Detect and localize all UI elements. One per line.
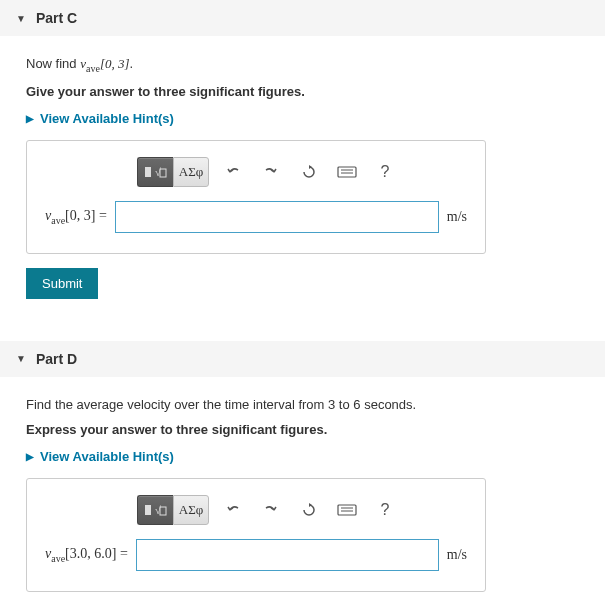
collapse-icon: ▼ bbox=[16, 353, 26, 364]
svg-rect-6 bbox=[145, 505, 151, 515]
part-c-header[interactable]: ▼ Part C bbox=[0, 0, 605, 36]
svg-rect-0 bbox=[145, 167, 151, 177]
redo-button[interactable] bbox=[257, 496, 285, 524]
undo-button[interactable] bbox=[219, 158, 247, 186]
submit-button[interactable]: Submit bbox=[26, 268, 98, 299]
help-button[interactable]: ? bbox=[371, 158, 399, 186]
part-c-answer-box: √ ΑΣφ ? vave[0, 3] = m/s bbox=[26, 140, 486, 254]
svg-rect-9 bbox=[338, 505, 356, 515]
chevron-right-icon: ▶ bbox=[26, 451, 34, 462]
part-c-prompt: Now find vave[0, 3]. bbox=[26, 54, 579, 76]
greek-button[interactable]: ΑΣφ bbox=[173, 495, 209, 525]
equation-toolbar: √ ΑΣφ ? bbox=[45, 495, 467, 525]
hints-label: View Available Hint(s) bbox=[40, 449, 174, 464]
format-button-group: √ ΑΣφ bbox=[137, 157, 209, 187]
collapse-icon: ▼ bbox=[16, 13, 26, 24]
answer-lhs: vave[0, 3] = bbox=[45, 208, 107, 226]
part-d-body: Find the average velocity over the time … bbox=[0, 377, 605, 599]
answer-unit: m/s bbox=[447, 209, 467, 225]
part-c-title: Part C bbox=[36, 10, 77, 26]
reset-button[interactable] bbox=[295, 496, 323, 524]
part-d-title: Part D bbox=[36, 351, 77, 367]
part-c-body: Now find vave[0, 3]. Give your answer to… bbox=[0, 36, 605, 321]
format-button-group: √ ΑΣφ bbox=[137, 495, 209, 525]
keyboard-button[interactable] bbox=[333, 496, 361, 524]
part-d-header[interactable]: ▼ Part D bbox=[0, 341, 605, 377]
answer-unit: m/s bbox=[447, 547, 467, 563]
keyboard-button[interactable] bbox=[333, 158, 361, 186]
undo-button[interactable] bbox=[219, 496, 247, 524]
part-d-prompt: Find the average velocity over the time … bbox=[26, 395, 579, 415]
reset-button[interactable] bbox=[295, 158, 323, 186]
greek-button[interactable]: ΑΣφ bbox=[173, 157, 209, 187]
part-d-answer-box: √ ΑΣφ ? vave[3.0, 6.0] = m/s bbox=[26, 478, 486, 592]
answer-input-row: vave[0, 3] = m/s bbox=[45, 201, 467, 233]
part-c-instruction: Give your answer to three significant fi… bbox=[26, 84, 579, 99]
chevron-right-icon: ▶ bbox=[26, 113, 34, 124]
svg-rect-3 bbox=[338, 167, 356, 177]
templates-button[interactable]: √ bbox=[137, 495, 173, 525]
equation-toolbar: √ ΑΣφ ? bbox=[45, 157, 467, 187]
view-hints-link[interactable]: ▶ View Available Hint(s) bbox=[26, 449, 579, 464]
templates-button[interactable]: √ bbox=[137, 157, 173, 187]
help-button[interactable]: ? bbox=[371, 496, 399, 524]
view-hints-link[interactable]: ▶ View Available Hint(s) bbox=[26, 111, 579, 126]
answer-input[interactable] bbox=[115, 201, 439, 233]
answer-input-row: vave[3.0, 6.0] = m/s bbox=[45, 539, 467, 571]
answer-input[interactable] bbox=[136, 539, 439, 571]
answer-lhs: vave[3.0, 6.0] = bbox=[45, 546, 128, 564]
hints-label: View Available Hint(s) bbox=[40, 111, 174, 126]
part-d-instruction: Express your answer to three significant… bbox=[26, 422, 579, 437]
svg-text:√: √ bbox=[155, 504, 162, 516]
redo-button[interactable] bbox=[257, 158, 285, 186]
svg-text:√: √ bbox=[155, 166, 162, 178]
